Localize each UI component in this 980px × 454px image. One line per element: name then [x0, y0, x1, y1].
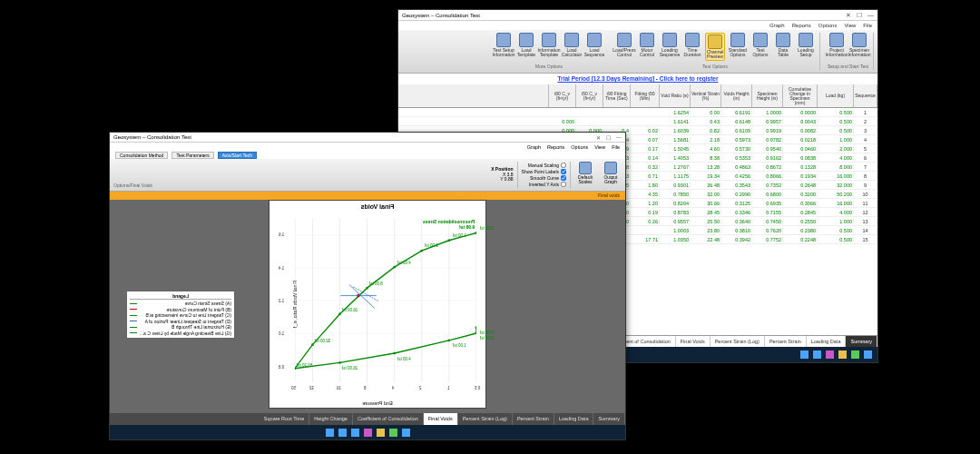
context-tab[interactable]: Axis/Start Tech	[218, 152, 257, 159]
column-header[interactable]: Cumulative Change In Specimen (mm)	[783, 84, 818, 107]
tab[interactable]: Coefficient of Consolidation	[353, 413, 424, 425]
menu-item[interactable]: Graph	[769, 23, 785, 28]
table-row[interactable]: 20.5000.00430.99570.61480.431.61410.000	[398, 117, 877, 126]
menu-item[interactable]: File	[863, 23, 872, 28]
minimise-icon[interactable]: —	[867, 12, 874, 19]
close-icon[interactable]: ✕	[846, 12, 851, 19]
column-header[interactable]: Specimen Height (in)	[752, 84, 783, 107]
ribbon-icon	[564, 33, 579, 47]
column-header[interactable]: Sequence	[854, 84, 877, 107]
x-axis-label: End Pressure	[270, 400, 485, 406]
tab[interactable]: Summary	[846, 336, 877, 347]
cursor-position-readout: X Position X 3.8 Y 0.88	[491, 162, 513, 188]
maximise-icon[interactable]: ☐	[857, 12, 862, 19]
ribbon-icon	[617, 33, 632, 47]
ribbon-button[interactable]: Test Setup Information	[494, 33, 514, 57]
tab[interactable]: Summary	[593, 413, 625, 425]
final-voids-chart: Final Voids Final Voids Ratio, e_f End P…	[269, 200, 486, 409]
win1-title: Geosystem – Consolidation Test	[402, 13, 480, 18]
taskbar-icon[interactable]	[800, 350, 808, 359]
taskbar-icon[interactable]	[326, 429, 334, 437]
tab[interactable]: Percent Strain	[513, 413, 554, 425]
context-tab[interactable]: Test Parameters	[172, 152, 213, 159]
ribbon-button[interactable]: Project Information	[827, 33, 847, 57]
column-header[interactable]: t90 C_v (ft²/yr)	[549, 84, 576, 107]
ribbon-button[interactable]: Information Template	[539, 33, 559, 57]
ribbon-button[interactable]: Time Duration	[682, 33, 702, 61]
column-header[interactable]: t50 C_v (ft²/yr)	[576, 84, 603, 107]
ribbon-button[interactable]: Load/Press Control	[614, 33, 634, 61]
ribbon-button[interactable]: Data Table	[773, 33, 793, 61]
context-tab[interactable]: Consolidation Method	[115, 152, 168, 159]
scales-icon	[579, 162, 592, 174]
win1-menubar: File View Options Reports Graph	[398, 21, 877, 30]
ribbon-button[interactable]: Load Sequence	[584, 33, 604, 57]
taskbar-icon[interactable]	[364, 429, 372, 437]
close-icon[interactable]: ✕	[596, 134, 601, 141]
tab[interactable]: Final Voids	[676, 336, 710, 347]
svg-rect-17	[366, 287, 368, 289]
column-header[interactable]: Load (kg)	[818, 84, 854, 107]
maximise-icon[interactable]: ☐	[606, 134, 611, 141]
default-scales-button[interactable]: Default Scales	[574, 162, 596, 188]
ribbon-button[interactable]: Load Calculator	[562, 33, 582, 57]
taskbar-icon[interactable]	[338, 429, 347, 437]
menu-item[interactable]: Options	[818, 23, 838, 28]
column-header[interactable]	[524, 84, 549, 107]
menu-item[interactable]: Reports	[547, 144, 564, 150]
column-header[interactable]: Voids Height (in)	[721, 84, 752, 107]
plot-svg	[295, 219, 476, 382]
ribbon-button[interactable]: Motor Control	[637, 33, 657, 61]
svg-rect-25	[475, 332, 476, 334]
ribbon-checkbox[interactable]: Inverted Y Axis	[522, 182, 566, 187]
column-header[interactable]: Vertical Strain (%)	[691, 84, 721, 107]
tab[interactable]: Final Voids	[424, 413, 458, 425]
tab[interactable]: Loading Data	[807, 336, 847, 347]
menu-item[interactable]: Options	[571, 144, 588, 150]
menu-item[interactable]: View	[594, 144, 605, 150]
taskbar-icon[interactable]	[838, 350, 847, 359]
win2-ribbon: Output Graph Default Scales Manual Scali…	[110, 159, 625, 192]
minimise-icon[interactable]: —	[616, 134, 622, 141]
taskbar-icon[interactable]	[813, 350, 821, 359]
menu-item[interactable]: View	[844, 23, 856, 28]
ribbon-button[interactable]: Channel Preview	[705, 33, 725, 61]
ribbon-button[interactable]: Loading Setup	[796, 33, 816, 61]
output-graph-button[interactable]: Output Graph	[600, 162, 622, 188]
tab[interactable]: Percent Strain (Log)	[458, 413, 513, 425]
taskbar-icon[interactable]	[351, 429, 359, 437]
ribbon-button[interactable]: Specimen Information	[849, 33, 869, 57]
ribbon-icon	[776, 33, 790, 47]
taskbar-icon[interactable]	[851, 350, 859, 359]
ribbon-icon	[662, 33, 677, 47]
tab[interactable]: Percent Strain (Log)	[710, 336, 765, 347]
column-header[interactable]: t90 Fitting Time (Sec)	[603, 84, 631, 107]
taskbar-icon[interactable]	[377, 429, 385, 437]
ribbon-icon	[519, 33, 534, 47]
trial-link[interactable]: Trial Period [12.3 Days Remaining] - Cli…	[398, 74, 877, 84]
svg-rect-13	[475, 232, 476, 233]
tab[interactable]: Height Change	[309, 413, 353, 425]
ribbon-icon	[685, 33, 700, 47]
column-header[interactable]: Void Ratio (e)	[660, 84, 691, 107]
menu-item[interactable]: File	[612, 144, 620, 150]
tab[interactable]: Square Root Time	[260, 413, 309, 425]
ribbon-button[interactable]: Load Template	[516, 33, 536, 57]
menu-item[interactable]: Reports	[792, 23, 811, 28]
ribbon-button[interactable]: Loading Sequence	[660, 33, 680, 61]
tab[interactable]: Percent Strain	[765, 336, 807, 347]
table-row[interactable]: 10.5000.00001.00000.61910.001.6254	[398, 108, 877, 117]
ribbon-button[interactable]: Test Options	[750, 33, 770, 61]
taskbar-icon[interactable]	[826, 350, 834, 359]
taskbar-icon[interactable]	[402, 429, 410, 437]
taskbar-icon[interactable]	[864, 350, 872, 359]
menu-item[interactable]: Graph	[527, 144, 541, 150]
ribbon-checkbox[interactable]: Manual Scaling	[522, 163, 566, 168]
column-header[interactable]: Fitting t50 (Min)	[631, 84, 660, 107]
ribbon-checkbox[interactable]: Show Point Labels	[522, 169, 566, 174]
taskbar-icon[interactable]	[389, 429, 397, 437]
ribbon-button[interactable]: Standard Options	[728, 33, 748, 61]
ribbon-checkbox[interactable]: Smooth Curve	[522, 175, 566, 181]
tab[interactable]: Loading Data	[554, 413, 594, 425]
legend-item: (C) Tangent Line to Curve Intersecting a…	[130, 312, 231, 318]
